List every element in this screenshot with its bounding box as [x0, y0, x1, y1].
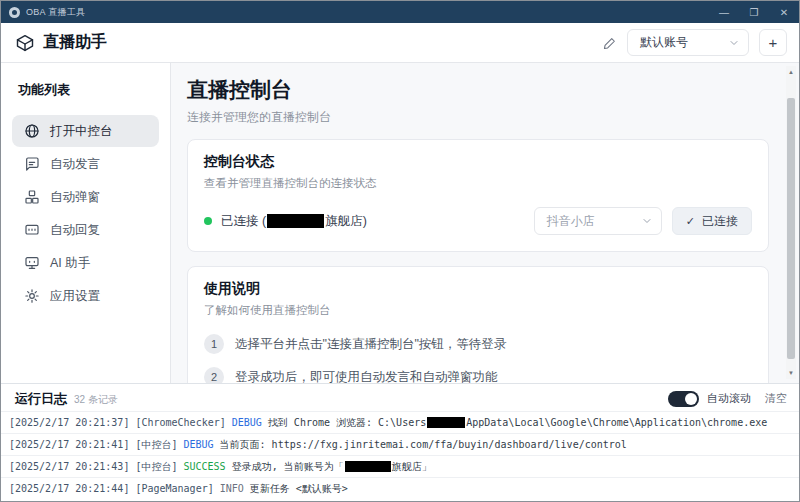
scrollbar-thumb[interactable] [787, 98, 795, 359]
sidebar-item-auto-speak[interactable]: 自动发言 [12, 148, 159, 180]
package-icon [15, 33, 35, 53]
log-title: 运行日志 [15, 390, 67, 408]
sidebar: 功能列表 打开中控台 自动发言 [1, 63, 171, 383]
status-text-prefix: 已连接 ( [221, 213, 266, 230]
log-lines: [2025/2/17 20:21:37][ChromeChecker]DEBUG… [1, 411, 799, 501]
chevron-down-icon [641, 215, 653, 227]
chat-reply-icon [24, 222, 40, 238]
window-title: OBA 直播工具 [26, 6, 85, 19]
help-card-subtitle: 了解如何使用直播控制台 [204, 303, 752, 318]
popup-boxes-icon [24, 189, 40, 205]
scrollbar-down-arrow[interactable]: ▼ [786, 367, 796, 379]
sidebar-item-auto-popup[interactable]: 自动弹窗 [12, 181, 159, 213]
header: 直播助手 默认账号 + [1, 23, 799, 63]
close-button[interactable]: ✕ [769, 1, 799, 23]
pencil-icon[interactable] [603, 36, 617, 50]
clear-log-button[interactable]: 清空 [765, 391, 787, 406]
connected-button[interactable]: ✓ 已连接 [672, 207, 752, 235]
app-window: OBA 直播工具 — ❐ ✕ 直播助手 默认账号 [0, 0, 800, 502]
add-account-button[interactable]: + [759, 29, 787, 56]
step-text: 选择平台并点击"连接直播控制台"按钮，等待登录 [235, 336, 506, 353]
sidebar-item-label: 应用设置 [50, 288, 100, 305]
sidebar-item-ai-assistant[interactable]: AI 助手 [12, 247, 159, 279]
page-title: 直播控制台 [187, 76, 769, 104]
monitor-icon [24, 255, 40, 271]
autoscroll-toggle[interactable] [668, 391, 699, 407]
platform-select-value: 抖音小店 [547, 213, 595, 230]
log-entry: [2025/2/17 20:21:44][PageManager]INFO更新任… [1, 477, 799, 499]
app-taskbar-icon [9, 7, 20, 18]
connected-button-label: 已连接 [702, 213, 738, 230]
status-card-title: 控制台状态 [204, 153, 752, 171]
help-step-1: 1 选择平台并点击"连接直播控制台"按钮，等待登录 [204, 334, 752, 354]
sidebar-item-label: 自动弹窗 [50, 189, 100, 206]
log-entry: [2025/2/17 20:21:43][中控台]SUCCESS登录成功, 当前… [1, 455, 799, 477]
log-panel: 运行日志 32 条记录 自动滚动 清空 [2025/2/17 20:21:37]… [1, 383, 799, 501]
toggle-knob [685, 393, 697, 405]
help-step-2: 2 登录成功后，即可使用自动发言和自动弹窗功能 [204, 367, 752, 383]
log-entry: [2025/2/17 20:21:41][中控台]DEBUG当前页面: http… [1, 433, 799, 455]
step-text: 登录成功后，即可使用自动发言和自动弹窗功能 [235, 369, 498, 384]
platform-select[interactable]: 抖音小店 [534, 207, 662, 235]
redacted-store-name [267, 214, 324, 228]
titlebar: OBA 直播工具 — ❐ ✕ [1, 1, 799, 23]
status-text-suffix: 旗舰店) [325, 213, 367, 230]
redacted-username [427, 417, 465, 428]
autoscroll-label: 自动滚动 [707, 391, 751, 406]
sidebar-item-app-settings[interactable]: 应用设置 [12, 280, 159, 312]
scrollbar-up-arrow[interactable]: ▲ [786, 66, 796, 78]
page-subtitle: 连接并管理您的直播控制台 [187, 109, 769, 126]
minimize-button[interactable]: — [709, 1, 739, 23]
log-record-count: 32 条记录 [74, 393, 118, 407]
console-status-card: 控制台状态 查看并管理直播控制台的连接状态 已连接 ( 旗舰店) 抖音小店 [187, 139, 769, 252]
account-select-value: 默认账号 [640, 34, 688, 51]
gear-icon [24, 288, 40, 304]
usage-help-card: 使用说明 了解如何使用直播控制台 1 选择平台并点击"连接直播控制台"按钮，等待… [187, 266, 769, 383]
step-number-badge: 2 [204, 367, 224, 383]
status-card-subtitle: 查看并管理直播控制台的连接状态 [204, 176, 752, 191]
sidebar-title: 功能列表 [18, 81, 153, 99]
chevron-down-icon [728, 37, 740, 49]
maximize-button[interactable]: ❐ [739, 1, 769, 23]
step-number-badge: 1 [204, 334, 224, 354]
speech-bubble-icon [24, 156, 40, 172]
app-title: 直播助手 [43, 32, 107, 53]
redacted-store-name [345, 461, 391, 472]
check-icon: ✓ [686, 215, 695, 228]
help-card-title: 使用说明 [204, 280, 752, 298]
sidebar-item-label: 自动回复 [50, 222, 100, 239]
sidebar-item-auto-reply[interactable]: 自动回复 [12, 214, 159, 246]
account-select[interactable]: 默认账号 [627, 29, 749, 56]
globe-icon [24, 123, 40, 139]
sidebar-item-open-console[interactable]: 打开中控台 [12, 115, 159, 147]
main-scrollbar[interactable]: ▲ ▼ [786, 66, 796, 379]
sidebar-item-label: 打开中控台 [50, 123, 113, 140]
sidebar-item-label: 自动发言 [50, 156, 100, 173]
main-content: 直播控制台 连接并管理您的直播控制台 控制台状态 查看并管理直播控制台的连接状态… [171, 63, 799, 383]
connected-status-dot [204, 217, 212, 225]
log-entry: [2025/2/17 20:21:37][ChromeChecker]DEBUG… [1, 411, 799, 433]
sidebar-item-label: AI 助手 [50, 255, 90, 272]
